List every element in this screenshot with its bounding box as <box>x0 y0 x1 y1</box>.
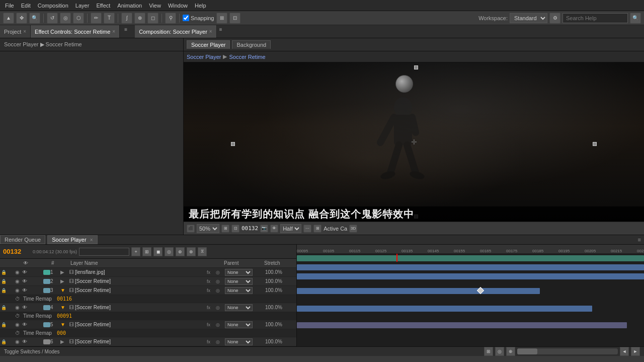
tool-zoom[interactable]: 🔍 <box>29 13 40 24</box>
l2-lock[interactable]: 🔒 <box>1 279 9 284</box>
handle-right[interactable] <box>593 142 597 146</box>
panel-menu-icon[interactable]: ≡ <box>122 25 130 33</box>
l1-parent-select[interactable]: None <box>225 269 253 276</box>
menu-file[interactable]: File <box>2 2 17 10</box>
3d-btn[interactable]: 3D <box>349 225 357 233</box>
menu-help[interactable]: Help <box>192 2 209 10</box>
l3-lock[interactable]: 🔒 <box>1 288 9 293</box>
comp-tab-soccer[interactable]: Soccer Player <box>187 40 230 49</box>
tl-bottom-btn2[interactable]: ◎ <box>495 347 504 356</box>
l1-lock[interactable]: 🔒 <box>1 270 9 275</box>
menu-animation[interactable]: Animation <box>114 2 145 10</box>
tl-btn-transport2[interactable]: ◼ <box>153 247 163 256</box>
menu-window[interactable]: Window <box>165 2 191 10</box>
l4-motion[interactable]: ◎ <box>216 305 225 310</box>
tl-btn-transport6[interactable]: ⧖ <box>198 247 207 256</box>
l5-fx[interactable]: fx <box>207 322 216 327</box>
l4-parent-select[interactable]: None <box>225 304 253 311</box>
l4-lock[interactable]: 🔒 <box>1 305 9 310</box>
l6-motion[interactable]: ◎ <box>216 339 225 344</box>
timeline-close-icon[interactable]: × <box>90 237 93 243</box>
menu-effect[interactable]: Effect <box>93 2 113 10</box>
l3-parent-select[interactable]: None <box>225 287 253 294</box>
breadcrumb-layer[interactable]: Soccer Retime <box>229 54 265 60</box>
tab-comp[interactable]: Composition: Soccer Player × <box>135 25 217 38</box>
l1-expand[interactable]: ▶ <box>60 269 69 275</box>
tl-nav-right[interactable]: ► <box>631 347 640 356</box>
l5-parent-select[interactable]: None <box>225 321 253 328</box>
l4-solo[interactable]: ◉ <box>15 305 22 310</box>
breadcrumb-comp[interactable]: Soccer Player <box>187 54 221 60</box>
l3-solo[interactable]: ◉ <box>15 287 22 293</box>
l3-motion[interactable]: ◎ <box>216 288 225 293</box>
l5-motion[interactable]: ◎ <box>216 322 225 327</box>
l5-vis[interactable]: 👁 <box>22 322 29 327</box>
toggle-label[interactable]: Toggle Switches / Modes <box>4 349 60 354</box>
effect-close-icon[interactable]: × <box>112 29 115 34</box>
handle-top[interactable] <box>414 65 418 69</box>
l1-motion[interactable]: ◎ <box>216 270 225 275</box>
l2-solo[interactable]: ◉ <box>15 278 22 284</box>
tl-btn-transport1[interactable]: ⊞ <box>142 247 151 256</box>
tab-soccer-player[interactable]: Soccer Player × <box>47 235 97 244</box>
workspace-settings[interactable]: ⚙ <box>549 13 560 24</box>
l2-vis[interactable]: 👁 <box>22 278 29 284</box>
l3-expand[interactable]: ▼ <box>60 287 69 293</box>
l2-expand[interactable]: ▶ <box>60 278 69 284</box>
tool-select[interactable]: ▲ <box>3 13 14 24</box>
tool-clone[interactable]: ⊕ <box>134 13 145 24</box>
l1-solo[interactable]: ◉ <box>15 269 22 275</box>
tl-playhead[interactable] <box>396 254 397 262</box>
tl-nav-left[interactable]: ◄ <box>620 347 629 356</box>
l1-vis[interactable]: 👁 <box>22 269 29 275</box>
tl-scrollbar[interactable] <box>517 348 618 354</box>
menu-layer[interactable]: Layer <box>72 2 93 10</box>
tool-text[interactable]: T <box>104 13 115 24</box>
ctrl-region-btn[interactable]: ⬛ <box>187 225 195 233</box>
tl-search-input[interactable] <box>79 248 129 256</box>
l5-lock[interactable]: 🔒 <box>1 322 9 327</box>
search-icon[interactable]: 🔍 <box>630 13 641 24</box>
snapping-toggle[interactable]: Snapping <box>183 15 214 21</box>
menu-view[interactable]: View <box>146 2 164 10</box>
timeline-menu-icon[interactable]: ≡ <box>635 237 644 243</box>
menu-composition[interactable]: Composition <box>35 2 71 10</box>
l5-expand[interactable]: ▼ <box>60 322 69 327</box>
tool-rotate[interactable]: ↺ <box>47 13 58 24</box>
snapshot-btn[interactable]: 📷 <box>260 225 268 233</box>
more-btn[interactable]: ⋯ <box>303 225 311 233</box>
search-input[interactable] <box>562 13 628 23</box>
grid-btn[interactable]: ⊞ <box>313 225 321 233</box>
fit-btn[interactable]: ⊞ <box>221 225 229 233</box>
tab-project[interactable]: Project × <box>0 25 31 38</box>
tool-3d[interactable]: ⬡ <box>73 13 84 24</box>
tool-pen[interactable]: ✏ <box>91 13 102 24</box>
tool-move[interactable]: ✥ <box>16 13 27 24</box>
workspace-select[interactable]: Standard <box>510 13 547 23</box>
tl-bottom-btn3[interactable]: ⊕ <box>506 347 515 356</box>
tl-btn-transport3[interactable]: ◎ <box>165 247 174 256</box>
tl-btn-add[interactable]: + <box>131 247 140 256</box>
l4-fx[interactable]: fx <box>207 305 216 310</box>
tl-scrollbar-thumb[interactable] <box>517 348 537 354</box>
show-snap-btn[interactable]: 👁 <box>270 225 278 233</box>
l6-expand[interactable]: ▶ <box>60 339 69 344</box>
l6-lock[interactable]: 🔒 <box>1 339 9 344</box>
l6-fx[interactable]: fx <box>207 339 216 344</box>
tool-eraser[interactable]: ◻ <box>147 13 158 24</box>
l3-fx[interactable]: fx <box>207 288 216 293</box>
l3-vis[interactable]: 👁 <box>22 287 29 293</box>
handle-left[interactable] <box>231 142 235 146</box>
tl-btn-transport4[interactable]: ⊕ <box>176 247 185 256</box>
tl-bottom-btn1[interactable]: ⊞ <box>484 347 493 356</box>
comp-tab-bg[interactable]: Background <box>232 40 271 49</box>
l2-fx[interactable]: fx <box>207 279 216 284</box>
comp-menu-icon[interactable]: ≡ <box>217 25 225 33</box>
tool-camera[interactable]: ◎ <box>60 13 71 24</box>
l2-parent-select[interactable]: None <box>225 278 253 285</box>
tab-render-queue[interactable]: Render Queue <box>0 235 45 244</box>
l4-vis[interactable]: 👁 <box>22 305 29 310</box>
tab-effect-controls[interactable]: Effect Controls: Soccer Retime × <box>31 25 120 38</box>
fit2-btn[interactable]: ⊡ <box>231 225 239 233</box>
view-btn[interactable]: ⊡ <box>229 13 240 24</box>
